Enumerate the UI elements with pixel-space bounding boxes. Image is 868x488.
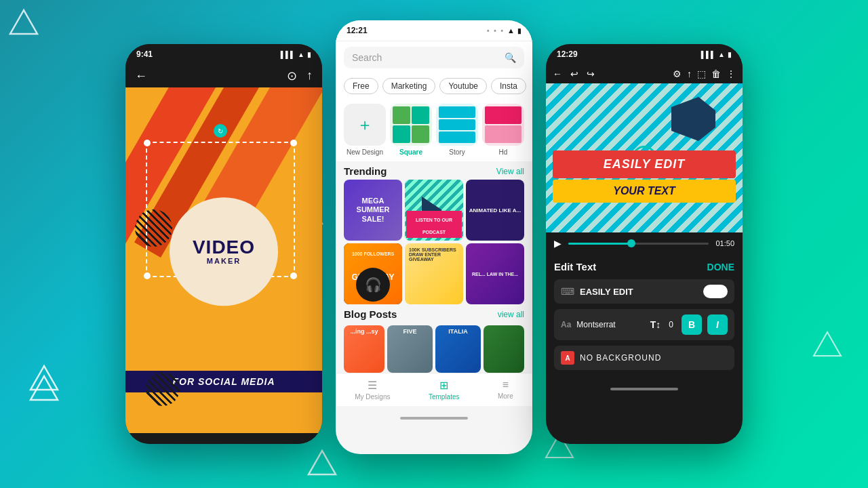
rotate-handle[interactable]: ↻: [214, 124, 227, 138]
blog-item-3[interactable]: ITALIA: [435, 325, 481, 373]
handle-br[interactable]: [290, 272, 297, 279]
trending-grid-2: 1000 FOLLOWERS GIVEAWAY 🎧 100K SUBSCRIBE…: [336, 243, 532, 304]
trending-text-2: LISTEN TO OUR PODCAST: [416, 218, 452, 235]
settings-icon[interactable]: ⚙: [673, 68, 682, 79]
handle-tr[interactable]: [290, 140, 297, 146]
font-name[interactable]: Montserrat: [576, 320, 644, 329]
headphones-icon: 🎧: [356, 268, 390, 302]
story-label: Story: [449, 148, 465, 156]
filter-youtube[interactable]: Youtube: [439, 78, 487, 94]
canvas-yellow-banner: YOUR TEXT: [553, 180, 736, 203]
mid-status-bar: 12:21 • • • ▲ ▮: [336, 20, 532, 41]
trending-item-1[interactable]: MEGA SUMMER SALE!: [344, 180, 402, 241]
canvas-red-banner: EASILY EDIT: [553, 150, 736, 178]
right-wifi-icon: ▲: [718, 51, 725, 58]
font-size-icon: T↕: [650, 319, 661, 330]
left-status-bar: 9:41 ▌▌▌ ▲ ▮: [125, 44, 322, 64]
right-status-bar: 12:29 ▌▌▌ ▲ ▮: [546, 44, 743, 64]
trending-grid: MEGA SUMMER SALE! LISTEN TO OUR PODCAST …: [336, 180, 532, 241]
hd-icon: [482, 104, 524, 146]
save-button[interactable]: ⊙: [287, 68, 297, 83]
text-toggle[interactable]: [703, 285, 728, 298]
trending-text-1: MEGA SUMMER SALE!: [348, 197, 398, 224]
more-icon: ≡: [502, 379, 509, 391]
search-bar-container: Search 🔍: [336, 41, 532, 74]
italic-button[interactable]: I: [707, 314, 728, 335]
handle-bl[interactable]: [144, 272, 151, 279]
filter-marketing[interactable]: Marketing: [382, 78, 436, 94]
template-square[interactable]: Square: [390, 104, 432, 156]
search-bar[interactable]: Search 🔍: [344, 47, 524, 68]
back-button[interactable]: ←: [135, 69, 147, 83]
template-new-design[interactable]: ＋ New Design: [344, 104, 386, 156]
mid-time: 12:21: [347, 26, 368, 35]
no-bg-icon: A: [561, 351, 574, 365]
progress-dot[interactable]: [627, 239, 635, 247]
phone-left: 9:41 ▌▌▌ ▲ ▮ ← ⊙ ↑: [125, 44, 322, 444]
trending-view-all[interactable]: View all: [496, 167, 524, 176]
left-status-icons: ▌▌▌ ▲ ▮: [281, 51, 311, 58]
undo-button[interactable]: ↩: [570, 68, 578, 79]
share-button[interactable]: ↑: [307, 68, 313, 83]
mid-three-dots: • • •: [487, 27, 505, 35]
upload-icon[interactable]: ↑: [687, 68, 692, 79]
giveaway-followers: 1000 FOLLOWERS: [352, 251, 394, 256]
redo-button[interactable]: ↪: [587, 68, 595, 79]
playback-bar: ▶ 01:50: [546, 232, 743, 254]
blog-item-4[interactable]: [484, 325, 524, 373]
nav-more[interactable]: ≡ More: [498, 379, 513, 401]
back-toolbar-button[interactable]: ←: [553, 68, 562, 79]
more-options-icon[interactable]: ⋮: [726, 68, 736, 79]
nav-templates[interactable]: ⊞ Templates: [429, 379, 460, 401]
trending-item-2[interactable]: LISTEN TO OUR PODCAST: [405, 180, 463, 241]
edit-panel: Edit Text DONE ⌨ EASILY EDIT Aa Montserr…: [546, 254, 743, 377]
nav-my-designs[interactable]: ☰ My Designs: [355, 379, 390, 401]
video-subtitle: MAKER: [207, 257, 241, 265]
toolbar-right: ⚙ ↑ ⬚ 🗑 ⋮: [673, 68, 736, 79]
filter-tags: Free Marketing Youtube Insta: [336, 74, 532, 98]
trending-section-header: Trending View all: [336, 161, 532, 180]
megaphone-graphic: [665, 94, 722, 144]
delete-icon[interactable]: 🗑: [711, 68, 721, 79]
bold-button[interactable]: B: [682, 314, 702, 335]
blog-section-header: Blog Posts view all: [336, 304, 532, 323]
phones-container: 9:41 ▌▌▌ ▲ ▮ ← ⊙ ↑: [0, 0, 868, 488]
text-input-value[interactable]: EASILY EDIT: [580, 287, 698, 297]
font-size-value[interactable]: 0: [669, 320, 673, 329]
trending-item-4[interactable]: 1000 FOLLOWERS GIVEAWAY 🎧: [344, 243, 402, 304]
search-icon[interactable]: 🔍: [505, 52, 516, 63]
right-battery-icon: ▮: [728, 51, 732, 58]
filter-free[interactable]: Free: [344, 78, 378, 94]
trending-title: Trending: [344, 165, 387, 177]
new-design-icon: ＋: [344, 104, 386, 146]
trending-item-6[interactable]: REL... LAW IN THE...: [466, 243, 524, 304]
rel-text: REL... LAW IN THE...: [472, 272, 518, 277]
hatch-circle-bottom: [146, 372, 180, 406]
trending-item-3[interactable]: ANIMATED LIKE A...: [466, 180, 524, 241]
mid-battery-icon: ▮: [517, 27, 521, 35]
hd-label: Hd: [499, 148, 508, 156]
mid-bottom-bar: [336, 406, 532, 430]
time-display: 01:50: [715, 239, 734, 247]
hatch-circle-left: [135, 209, 172, 247]
resize-icon[interactable]: ⬚: [697, 68, 706, 79]
play-button[interactable]: ▶: [554, 238, 561, 249]
font-aa-icon: Aa: [561, 320, 571, 329]
progress-bar[interactable]: [568, 243, 709, 245]
blog-item-2[interactable]: FIVE: [387, 325, 433, 373]
no-bg-text[interactable]: NO BACKGROUND: [580, 353, 661, 363]
done-button[interactable]: DONE: [707, 262, 734, 272]
blog-item-1[interactable]: ...ing ...sy: [344, 325, 384, 373]
my-designs-label: My Designs: [355, 393, 390, 401]
trending-item-5[interactable]: 100K SUBSCRIBERS DRAW ENTER GIVEAWAY: [405, 243, 463, 304]
mid-status-icons: • • • ▲ ▮: [487, 26, 521, 35]
template-hd[interactable]: Hd: [482, 104, 524, 156]
handle-tl[interactable]: [144, 140, 151, 146]
blog-view-all[interactable]: view all: [498, 310, 524, 319]
right-signal-icon: ▌▌▌: [701, 51, 715, 58]
edit-panel-title: Edit Text: [554, 261, 596, 272]
square-label: Square: [399, 148, 422, 156]
filter-insta[interactable]: Insta: [491, 78, 526, 94]
canvas-main-text: EASILY EDIT: [559, 157, 729, 171]
template-story[interactable]: Story: [436, 104, 478, 156]
